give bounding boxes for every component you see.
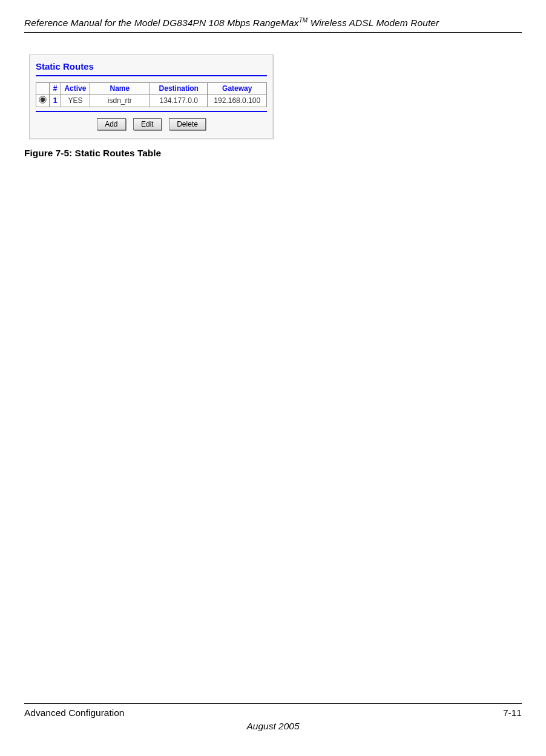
footer-date: August 2005 bbox=[24, 721, 522, 732]
footer-rule bbox=[24, 703, 522, 704]
row-num-cell: 1 bbox=[50, 94, 61, 107]
button-row: Add Edit Delete bbox=[36, 118, 267, 130]
static-routes-panel: Static Routes # Active Name Destination … bbox=[29, 55, 274, 139]
row-name-cell: isdn_rtr bbox=[90, 94, 150, 107]
header-rule bbox=[24, 32, 522, 33]
col-header-name: Name bbox=[90, 83, 150, 94]
page-spacer bbox=[24, 159, 522, 703]
table-header-row: # Active Name Destination Gateway bbox=[36, 83, 267, 94]
row-radio-cell[interactable] bbox=[36, 94, 50, 107]
footer-row: Advanced Configuration 7-11 bbox=[24, 708, 522, 718]
add-button[interactable]: Add bbox=[97, 118, 125, 130]
row-select-radio[interactable] bbox=[39, 96, 46, 103]
static-routes-screenshot: Static Routes # Active Name Destination … bbox=[29, 55, 522, 139]
panel-divider-bottom bbox=[36, 111, 267, 112]
table-row[interactable]: 1 YES isdn_rtr 134.177.0.0 192.168.0.100 bbox=[36, 94, 267, 107]
panel-title: Static Routes bbox=[36, 61, 267, 71]
edit-button[interactable]: Edit bbox=[133, 118, 162, 130]
panel-divider-top bbox=[36, 75, 267, 76]
row-destination-cell: 134.177.0.0 bbox=[150, 94, 207, 107]
row-active-cell: YES bbox=[61, 94, 90, 107]
header-title-suffix: Wireless ADSL Modem Router bbox=[308, 18, 439, 28]
footer-section-title: Advanced Configuration bbox=[24, 708, 124, 718]
col-header-destination: Destination bbox=[150, 83, 207, 94]
page-header: Reference Manual for the Model DG834PN 1… bbox=[24, 17, 522, 28]
col-header-num: # bbox=[50, 83, 61, 94]
col-header-radio bbox=[36, 83, 50, 94]
figure-caption: Figure 7-5: Static Routes Table bbox=[24, 148, 522, 159]
header-title-prefix: Reference Manual for the Model DG834PN 1… bbox=[24, 18, 299, 28]
col-header-gateway: Gateway bbox=[208, 83, 267, 94]
col-header-active: Active bbox=[61, 83, 90, 94]
trademark-symbol: TM bbox=[299, 17, 308, 24]
delete-button[interactable]: Delete bbox=[169, 118, 206, 130]
row-gateway-cell: 192.168.0.100 bbox=[208, 94, 267, 107]
footer-page-number: 7-11 bbox=[503, 708, 522, 718]
static-routes-table: # Active Name Destination Gateway 1 YES bbox=[36, 82, 267, 107]
